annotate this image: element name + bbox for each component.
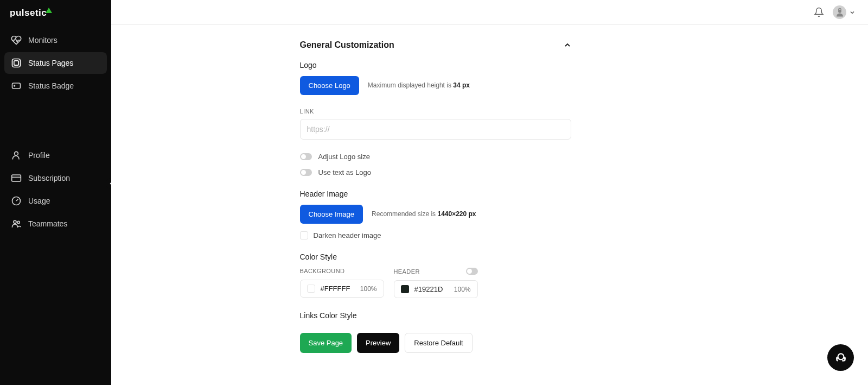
save-page-button[interactable]: Save Page: [300, 333, 352, 353]
avatar: [833, 5, 846, 19]
link-input[interactable]: [300, 119, 571, 140]
nav-primary: Monitors Status Pages Status Badge: [0, 25, 111, 102]
sidebar-item-label: Monitors: [28, 36, 58, 45]
sidebar-item-label: Subscription: [28, 174, 70, 182]
header-pct: 100%: [454, 286, 471, 293]
chevron-up-icon: [564, 41, 571, 49]
header-swatch: [401, 285, 409, 293]
svg-point-10: [17, 221, 20, 223]
use-text-as-logo-label: Use text as Logo: [318, 168, 372, 176]
sidebar-item-subscription[interactable]: Subscription: [4, 167, 107, 189]
background-color-label: BACKGROUND: [300, 268, 384, 274]
color-style-block: Color Style BACKGROUND #FFFFFF 100% HEAD…: [300, 253, 571, 298]
heart-pulse-icon: [11, 35, 22, 46]
svg-rect-1: [14, 61, 18, 65]
links-color-label: Links Color Style: [300, 311, 571, 320]
brand-logo[interactable]: pulsetic: [0, 0, 111, 25]
sidebar-item-monitors[interactable]: Monitors: [4, 29, 107, 51]
sidebar-item-teammates[interactable]: Teammates: [4, 213, 107, 235]
darken-header-checkbox[interactable]: [300, 231, 308, 239]
header-image-label: Header Image: [300, 190, 571, 198]
link-label: LINK: [300, 108, 571, 115]
sidebar-item-status-pages[interactable]: Status Pages: [4, 52, 107, 74]
person-icon: [11, 150, 22, 161]
user-menu[interactable]: [833, 5, 855, 19]
section-header[interactable]: General Customization: [300, 40, 571, 61]
sidebar-item-usage[interactable]: Usage: [4, 190, 107, 212]
section-title: General Customization: [300, 40, 394, 50]
use-text-as-logo-toggle[interactable]: [300, 169, 312, 176]
help-headset-icon: [834, 351, 848, 365]
logo-label: Logo: [300, 61, 571, 70]
header-color-toggle[interactable]: [466, 268, 478, 275]
svg-rect-2: [12, 83, 21, 89]
sidebar-item-profile[interactable]: Profile: [4, 144, 107, 166]
sidebar-item-label: Profile: [28, 151, 50, 160]
toggles-block: Adjust Logo size Use text as Logo: [300, 153, 571, 176]
notifications-icon[interactable]: [814, 7, 824, 17]
sidebar: pulsetic Monitors Status Pages Status Ba…: [0, 0, 111, 385]
background-swatch: [307, 285, 315, 293]
choose-image-button[interactable]: Choose Image: [300, 205, 363, 224]
darken-header-label: Darken header image: [314, 231, 381, 239]
badge-icon: [11, 80, 22, 91]
color-style-label: Color Style: [300, 253, 571, 261]
brand-name: pulsetic: [10, 8, 47, 18]
svg-point-13: [838, 354, 844, 359]
logo-hint: Maximum displayed height is 34 px: [368, 81, 470, 90]
link-block: LINK: [300, 108, 571, 140]
preview-button[interactable]: Preview: [357, 333, 399, 353]
background-pct: 100%: [360, 285, 377, 293]
action-bar: Save Page Preview Restore Default: [300, 333, 571, 353]
svg-rect-15: [844, 356, 845, 359]
svg-rect-0: [12, 59, 21, 67]
chevron-down-icon: [850, 10, 855, 15]
people-icon: [11, 218, 22, 229]
layout-icon: [11, 58, 22, 68]
sidebar-item-label: Status Pages: [28, 59, 73, 67]
svg-point-9: [14, 220, 16, 223]
header-color-input[interactable]: #19221D 100%: [394, 280, 478, 298]
svg-point-3: [14, 85, 15, 86]
adjust-logo-size-label: Adjust Logo size: [318, 153, 370, 161]
background-color-input[interactable]: #FFFFFF 100%: [300, 280, 384, 298]
sidebar-item-status-badge[interactable]: Status Badge: [4, 75, 107, 97]
settings-panel: General Customization Logo Choose Logo M…: [300, 40, 571, 385]
svg-rect-14: [836, 356, 838, 359]
brand-triangle-icon: [46, 8, 52, 13]
main-area: General Customization Logo Choose Logo M…: [111, 0, 868, 385]
logo-block: Logo Choose Logo Maximum displayed heigh…: [300, 61, 571, 95]
nav-secondary: Profile Subscription Usage Teammates: [0, 140, 111, 240]
topbar: [111, 0, 868, 25]
choose-logo-button[interactable]: Choose Logo: [300, 76, 359, 95]
header-image-hint: Recommended size is 1440×220 px: [372, 210, 476, 219]
svg-point-4: [15, 152, 18, 155]
header-color-label: HEADER: [394, 268, 420, 275]
adjust-logo-size-toggle[interactable]: [300, 153, 312, 160]
header-hex: #19221D: [414, 285, 449, 293]
svg-line-8: [16, 199, 18, 201]
sidebar-item-label: Status Badge: [28, 81, 74, 90]
background-hex: #FFFFFF: [321, 285, 355, 293]
links-color-block: Links Color Style: [300, 311, 571, 320]
content: General Customization Logo Choose Logo M…: [111, 25, 868, 385]
svg-rect-5: [12, 175, 21, 181]
header-image-block: Header Image Choose Image Recommended si…: [300, 190, 571, 239]
sidebar-item-label: Usage: [28, 197, 50, 205]
gauge-icon: [11, 195, 22, 206]
sidebar-item-label: Teammates: [28, 219, 67, 228]
card-icon: [11, 173, 22, 184]
restore-default-button[interactable]: Restore Default: [405, 333, 472, 353]
help-fab[interactable]: [827, 344, 854, 371]
